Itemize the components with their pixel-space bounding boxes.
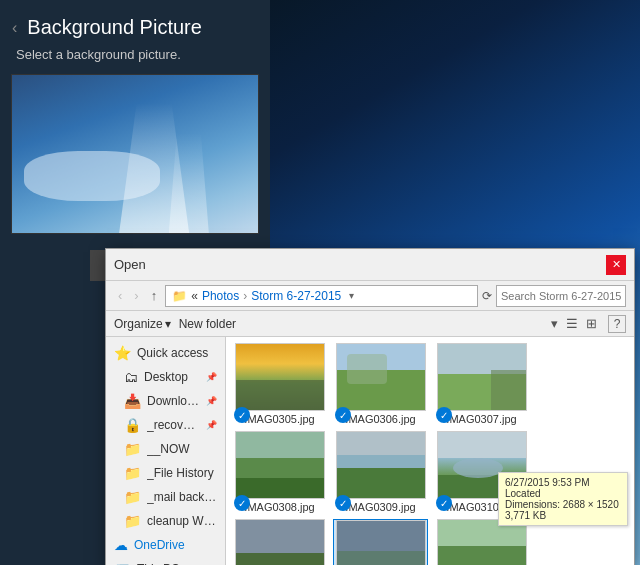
cleanup-icon: 📁 <box>124 513 141 529</box>
sidebar-label-now: __NOW <box>147 442 190 456</box>
breadcrumb-storm[interactable]: Storm 6-27-2015 <box>251 289 341 303</box>
check-badge-imag0305: ✓ <box>234 407 250 423</box>
onedrive-icon: ☁ <box>114 537 128 553</box>
breadcrumb-separator1: « <box>191 289 198 303</box>
dialog-toolbar: Organize ▾ New folder ▾ ☰ ⊞ ? <box>106 311 634 337</box>
thumb-imag0307 <box>437 343 527 411</box>
breadcrumb-bar[interactable]: 📁 « Photos › Storm 6-27-2015 ▾ <box>165 285 478 307</box>
check-badge-imag0308: ✓ <box>234 495 250 511</box>
tooltip-date: 6/27/2015 9:53 PM <box>505 477 621 488</box>
view-list-button[interactable]: ☰ <box>563 315 581 332</box>
nav-back-button[interactable]: ‹ <box>114 286 126 305</box>
filename-imag0309: IMAG0309.jpg <box>345 501 415 513</box>
dialog-nav-bar: ‹ › ↑ 📁 « Photos › Storm 6-27-2015 ▾ ⟳ 🔍 <box>106 281 634 311</box>
tooltip-size: 3,771 KB <box>505 510 621 521</box>
check-badge-imag0306: ✓ <box>335 407 351 423</box>
breadcrumb-dropdown-icon[interactable]: ▾ <box>349 290 354 301</box>
recovery-icon: 🔒 <box>124 417 141 433</box>
filename-imag0307: IMAG0307.jpg <box>446 413 516 425</box>
sidebar-item-file-history[interactable]: 📁 _File History <box>106 461 225 485</box>
organize-dropdown-icon: ▾ <box>165 317 171 331</box>
view-dropdown-button[interactable]: ▾ <box>548 315 561 332</box>
sidebar-item-this-pc[interactable]: 💻 This PC <box>106 557 225 565</box>
search-input[interactable] <box>501 290 639 302</box>
check-badge-imag0310: ✓ <box>436 495 452 511</box>
dialog-body: ⭐ Quick access 🗂 Desktop 📌 📥 Downloads 📌… <box>106 337 634 565</box>
mail-bg-icon: 📁 <box>124 489 141 505</box>
nav-up-button[interactable]: ↑ <box>147 286 162 305</box>
sidebar-item-onedrive[interactable]: ☁ OneDrive <box>106 533 225 557</box>
this-pc-icon: 💻 <box>114 561 131 565</box>
sidebar-label-mail-bg: _mail backgroun <box>147 490 217 504</box>
check-badge-imag0307: ✓ <box>436 407 452 423</box>
file-item-imag0305[interactable]: ✓ IMAG0305.jpg <box>232 343 327 425</box>
panel-header: ‹ Background Picture <box>0 16 270 47</box>
organize-label: Organize <box>114 317 163 331</box>
new-folder-button[interactable]: New folder <box>179 317 236 331</box>
desktop-pin-icon: 📌 <box>206 372 217 382</box>
recovery-pin-icon: 📌 <box>206 420 217 430</box>
sidebar-label-onedrive: OneDrive <box>134 538 185 552</box>
filename-imag0306: IMAG0306.jpg <box>345 413 415 425</box>
help-button[interactable]: ? <box>608 315 626 333</box>
bg-preview-image <box>11 74 259 234</box>
sidebar-item-now[interactable]: 📁 __NOW <box>106 437 225 461</box>
file-history-icon: 📁 <box>124 465 141 481</box>
downloads-icon: 📥 <box>124 393 141 409</box>
organize-button[interactable]: Organize ▾ <box>114 317 171 331</box>
file-tooltip: 6/27/2015 9:53 PM Located Dimensions: 26… <box>498 472 628 526</box>
thumb-imag0311 <box>235 519 325 565</box>
panel-subtitle: Select a background picture. <box>0 47 270 74</box>
sidebar-label-desktop: Desktop <box>144 370 188 384</box>
tooltip-dimensions: Dimensions: 2688 × 1520 <box>505 499 621 510</box>
thumb-imag0305 <box>235 343 325 411</box>
sidebar-label-recovery: _recovery driv <box>147 418 200 432</box>
quick-access-icon: ⭐ <box>114 345 131 361</box>
back-icon[interactable]: ‹ <box>12 19 17 37</box>
file-item-imag0312[interactable]: ✓ IMAG0312.jpg <box>333 519 428 565</box>
view-grid-button[interactable]: ⊞ <box>583 315 600 332</box>
view-buttons: ▾ ☰ ⊞ <box>548 315 600 332</box>
filename-imag0305: IMAG0305.jpg <box>244 413 314 425</box>
sidebar-label-downloads: Downloads <box>147 394 200 408</box>
sidebar-item-desktop[interactable]: 🗂 Desktop 📌 <box>106 365 225 389</box>
file-item-imag0307[interactable]: ✓ IMAG0307.jpg <box>434 343 529 425</box>
sidebar-item-downloads[interactable]: 📥 Downloads 📌 <box>106 389 225 413</box>
filename-imag0308: IMAG0308.jpg <box>244 501 314 513</box>
sidebar-label-quick-access: Quick access <box>137 346 208 360</box>
now-icon: 📁 <box>124 441 141 457</box>
check-badge-imag0309: ✓ <box>335 495 351 511</box>
dialog-title: Open <box>114 257 606 272</box>
search-bar: 🔍 <box>496 285 626 307</box>
nav-forward-button[interactable]: › <box>130 286 142 305</box>
thumb-imag0308 <box>235 431 325 499</box>
dialog-titlebar: Open ✕ <box>106 249 634 281</box>
file-item-imag0309[interactable]: ✓ IMAG0309.jpg <box>333 431 428 513</box>
sidebar-label-cleanup: cleanup Window <box>147 514 217 528</box>
file-item-imag0306[interactable]: ✓ IMAG0306.jpg <box>333 343 428 425</box>
tooltip-location: Located <box>505 488 621 499</box>
sidebar-item-mail-bg[interactable]: 📁 _mail backgroun <box>106 485 225 509</box>
dialog-close-button[interactable]: ✕ <box>606 255 626 275</box>
file-item-imag0308[interactable]: ✓ IMAG0308.jpg <box>232 431 327 513</box>
breadcrumb-folder-icon: 📁 <box>172 289 187 303</box>
thumb-imag0306 <box>336 343 426 411</box>
open-file-dialog: Open ✕ ‹ › ↑ 📁 « Photos › Storm 6-27-201… <box>105 248 635 565</box>
dialog-sidebar: ⭐ Quick access 🗂 Desktop 📌 📥 Downloads 📌… <box>106 337 226 565</box>
sidebar-item-cleanup[interactable]: 📁 cleanup Window <box>106 509 225 533</box>
file-item-imag0311[interactable]: ✓ IMAG0311.jpg <box>232 519 327 565</box>
thumb-imag0309 <box>336 431 426 499</box>
breadcrumb-photos[interactable]: Photos <box>202 289 239 303</box>
refresh-button[interactable]: ⟳ <box>482 289 492 303</box>
downloads-pin-icon: 📌 <box>206 396 217 406</box>
thumb-imag0312 <box>336 520 426 565</box>
sidebar-label-file-history: _File History <box>147 466 214 480</box>
sidebar-item-recovery[interactable]: 🔒 _recovery driv 📌 <box>106 413 225 437</box>
panel-title: Background Picture <box>27 16 202 39</box>
breadcrumb-separator2: › <box>243 289 247 303</box>
file-grid: ✓ IMAG0305.jpg ✓ IMAG0306.jpg ✓ IMAG0307… <box>226 337 634 565</box>
sidebar-item-quick-access[interactable]: ⭐ Quick access <box>106 341 225 365</box>
desktop-icon: 🗂 <box>124 369 138 385</box>
